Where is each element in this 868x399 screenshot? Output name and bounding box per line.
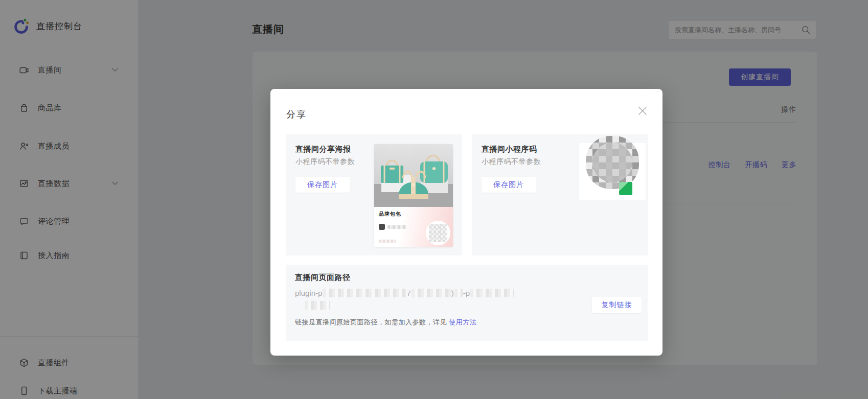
live-console-app: 直播控制台 直播间 商品库 [0, 0, 868, 399]
path-note-text: 链接是直播间原始页面路径，如需加入参数，详见 [295, 318, 449, 326]
path-blur-fragment [470, 289, 514, 297]
poster-brand-text: 品牌包包 [379, 210, 401, 218]
poster-account-row [379, 224, 406, 230]
path-panel-title: 直播间页面路径 [295, 273, 351, 283]
modal-title: 分享 [286, 108, 307, 121]
path-note: 链接是直播间原始页面路径，如需加入参数，详见 使用方法 [295, 318, 476, 327]
blurred-mini-qr-code [429, 224, 447, 242]
share-modal: 分享 直播间分享海报 小程序码不带参数 保存图片 [270, 89, 663, 356]
qrcode-green-corner [619, 182, 632, 195]
save-poster-button[interactable]: 保存图片 [295, 177, 350, 193]
path-blur-fragment [454, 289, 463, 297]
path-line-1: plugin-p7)-p [295, 286, 581, 299]
share-poster-preview: 品牌包包 [374, 144, 453, 247]
usage-guide-link[interactable]: 使用方法 [449, 318, 476, 326]
qrcode-backdrop [579, 143, 646, 200]
share-poster-panel: 直播间分享海报 小程序码不带参数 保存图片 [286, 134, 462, 255]
poster-photo-handbags [374, 144, 453, 207]
path-text-fragment: 7 [406, 287, 410, 299]
path-line-2 [295, 299, 581, 311]
path-text-fragment: -p [463, 287, 470, 299]
path-blur-fragment [323, 289, 406, 297]
close-icon[interactable] [638, 106, 647, 115]
path-text-fragment: plugin-p [295, 287, 322, 299]
copy-link-button[interactable]: 复制链接 [592, 297, 642, 313]
poster-panel-subtitle: 小程序码不带参数 [295, 157, 355, 167]
page-path-panel: 直播间页面路径 plugin-p7)-p 复制链接 链接是直播间原始页面路径，如… [286, 265, 648, 341]
poster-info-area: 品牌包包 [374, 207, 453, 247]
path-blur-fragment [305, 301, 330, 310]
mini-program-code-panel: 直播间小程序码 小程序码不带参数 保存图片 [472, 134, 648, 255]
blurred-account-name [387, 225, 406, 229]
path-blur-fragment [412, 289, 451, 297]
poster-qr-backdrop [426, 221, 450, 245]
qrcode-panel-title: 直播间小程序码 [482, 145, 537, 154]
save-qrcode-button[interactable]: 保存图片 [482, 177, 536, 193]
page-path-value: plugin-p7)-p [295, 286, 581, 311]
path-text-fragment: ) [451, 287, 454, 299]
blurred-caption-text [379, 240, 396, 243]
qrcode-panel-subtitle: 小程序码不带参数 [482, 157, 541, 167]
mini-account-icon [379, 224, 385, 230]
poster-panel-title: 直播间分享海报 [295, 145, 351, 154]
blurred-mini-program-code [586, 136, 639, 189]
